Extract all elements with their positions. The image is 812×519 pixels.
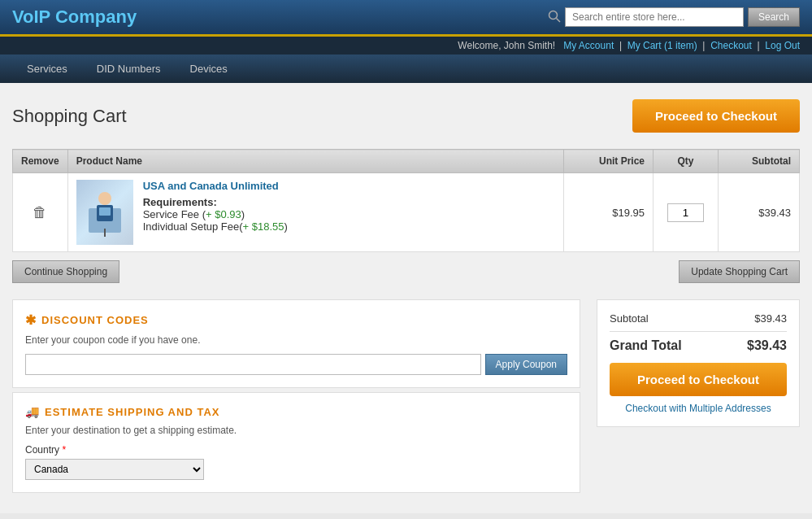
cart-actions: Continue Shopping Update Shopping Cart: [12, 260, 800, 283]
coupon-input[interactable]: [25, 354, 481, 375]
qty-input[interactable]: 1: [667, 203, 704, 222]
my-account-link[interactable]: My Account: [563, 40, 614, 51]
discount-title: ✱ DISCOUNT CODES: [25, 312, 567, 328]
user-bar: Welcome, John Smith! My Account | My Car…: [0, 37, 812, 55]
apply-coupon-button[interactable]: Apply Coupon: [485, 354, 567, 375]
search-icon: [548, 10, 561, 25]
subtotal-amount: $39.43: [754, 312, 787, 325]
discount-panel: ✱ DISCOUNT CODES Enter your coupon code …: [12, 299, 580, 388]
grand-total-row: Grand Total $39.43: [610, 338, 787, 353]
svg-point-3: [98, 192, 111, 205]
shopping-cart-header: Shopping Cart Proceed to Checkout: [12, 99, 800, 133]
welcome-text: Welcome, John Smith!: [458, 40, 555, 51]
col-qty: Qty: [654, 150, 719, 173]
nav-item-devices[interactable]: Devices: [176, 55, 242, 83]
checkout-link-header[interactable]: Checkout: [710, 40, 752, 51]
product-link[interactable]: USA and Canada Unlimited: [143, 180, 279, 192]
cart-table: Remove Product Name Unit Price Qty Subto…: [12, 149, 800, 252]
my-cart-link[interactable]: My Cart (1 item): [627, 40, 697, 51]
shipping-panel: 🚚 ESTIMATE SHIPPING AND TAX Enter your d…: [12, 392, 580, 493]
col-product: Product Name: [67, 150, 563, 173]
proceed-checkout-bottom-button[interactable]: Proceed to Checkout: [610, 363, 787, 396]
search-input[interactable]: [565, 7, 744, 27]
proceed-checkout-top-button[interactable]: Proceed to Checkout: [632, 99, 800, 133]
svg-point-0: [549, 11, 557, 19]
setup-fee-row: Individual Setup Fee(+ $18.55): [143, 220, 288, 233]
star-icon: ✱: [25, 312, 37, 328]
log-out-link[interactable]: Log Out: [765, 40, 800, 51]
discount-description: Enter your coupon code if you have one.: [25, 334, 567, 346]
subtotal-value: $39.43: [758, 207, 791, 219]
col-unit-price: Unit Price: [564, 150, 654, 173]
page-title: Shopping Cart: [12, 106, 127, 127]
required-star: *: [62, 444, 66, 456]
country-label: Country *: [25, 444, 567, 456]
subtotal-row: Subtotal $39.43: [610, 312, 787, 325]
subtotal-label: Subtotal: [610, 312, 649, 325]
grand-total-amount: $39.43: [747, 338, 787, 353]
coupon-row: Apply Coupon: [25, 354, 567, 375]
nav-item-services[interactable]: Services: [12, 55, 82, 83]
remove-item-icon[interactable]: 🗑: [33, 204, 47, 220]
col-subtotal: Subtotal: [719, 150, 800, 173]
search-button[interactable]: Search: [748, 7, 800, 27]
update-cart-button[interactable]: Update Shopping Cart: [679, 260, 800, 283]
continue-shopping-button[interactable]: Continue Shopping: [12, 260, 119, 283]
svg-line-1: [556, 18, 560, 22]
country-select[interactable]: Canada United States United Kingdom: [25, 459, 204, 480]
nav-item-did[interactable]: DID Numbers: [82, 55, 176, 83]
site-logo[interactable]: VoIP Company: [12, 7, 137, 28]
left-panels: ✱ DISCOUNT CODES Enter your coupon code …: [12, 299, 580, 497]
bottom-section: ✱ DISCOUNT CODES Enter your coupon code …: [12, 299, 800, 497]
checkout-multiple-link[interactable]: Checkout with Multiple Addresses: [610, 403, 787, 414]
truck-icon: 🚚: [25, 405, 40, 418]
table-row: 🗑: [13, 173, 800, 252]
col-remove: Remove: [13, 150, 68, 173]
product-image: [76, 180, 133, 245]
summary-divider: [610, 331, 787, 332]
order-summary: Subtotal $39.43 Grand Total $39.43 Proce…: [597, 299, 800, 427]
service-fee-row: Service Fee (+ $0.93): [143, 208, 288, 220]
shipping-description: Enter your destination to get a shipping…: [25, 425, 567, 436]
shipping-title: 🚚 ESTIMATE SHIPPING AND TAX: [25, 405, 567, 418]
navigation: Services DID Numbers Devices: [0, 55, 812, 83]
svg-rect-5: [99, 207, 111, 216]
requirements-label: Requirements:: [143, 196, 288, 208]
grand-total-label: Grand Total: [610, 338, 682, 353]
search-area: Search: [548, 7, 800, 27]
unit-price: $19.95: [612, 207, 645, 219]
